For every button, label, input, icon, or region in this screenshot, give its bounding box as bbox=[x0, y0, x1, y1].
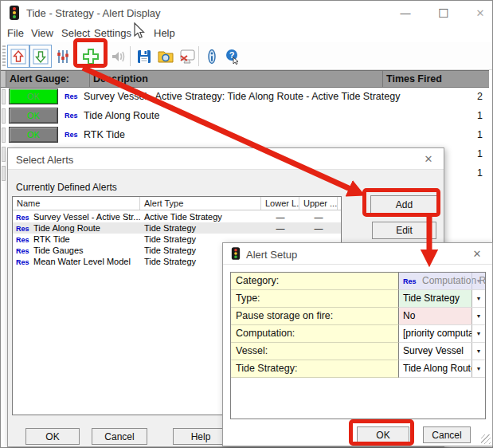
alert-table-header: Alert Gauge: Description Times Fired bbox=[1, 70, 489, 88]
alert-setup-form: Category:Res Computation Result▼Type:Tid… bbox=[230, 272, 486, 419]
chevron-down-icon[interactable]: ▼ bbox=[471, 360, 485, 377]
minimize-button[interactable]: — bbox=[393, 4, 418, 23]
row-header-cell bbox=[2, 89, 6, 104]
select-alerts-help-button[interactable]: Help bbox=[173, 428, 229, 445]
info-button[interactable] bbox=[201, 45, 223, 68]
close-button[interactable]: ✕ bbox=[468, 4, 493, 23]
speaker-icon bbox=[110, 49, 127, 65]
alert-name: Survey Vessel - Active Str... bbox=[33, 211, 140, 222]
alert-description: Survey Vessel - Active Strategy: Tide Al… bbox=[84, 91, 400, 102]
dismiss-display-button[interactable] bbox=[176, 45, 198, 68]
chevron-down-icon[interactable]: ▼ bbox=[471, 343, 485, 360]
alert-name: Mean Water Level Model bbox=[33, 256, 140, 267]
alert-name: RTK Tide bbox=[33, 234, 140, 245]
upper-limit: — bbox=[299, 211, 338, 222]
alert-type: Tide Strategy bbox=[144, 245, 196, 256]
row-header-cell bbox=[2, 147, 6, 162]
add-alert-button[interactable] bbox=[80, 45, 102, 68]
menu-file[interactable]: File bbox=[7, 27, 24, 39]
alert-setup-cancel-button[interactable]: Cancel bbox=[423, 426, 471, 443]
menu-settings[interactable]: Settings bbox=[94, 27, 131, 39]
toolbar: ? bbox=[1, 42, 492, 70]
menu-help[interactable]: Help bbox=[154, 27, 175, 39]
field-label: Pause storage on fire: bbox=[231, 308, 399, 325]
alert-settings-button[interactable] bbox=[52, 45, 74, 68]
chevron-down-icon[interactable]: ▼ bbox=[471, 308, 485, 324]
floppy-disk-icon bbox=[136, 49, 152, 65]
alert-setup-ok-button[interactable]: OK bbox=[357, 426, 409, 443]
form-row: Computation:[priority computation]▼ bbox=[231, 325, 485, 343]
select-alerts-cancel-button[interactable]: Cancel bbox=[92, 428, 147, 445]
alert-setup-dialog: Alert Setup ✕ Category:Res Computation R… bbox=[222, 242, 493, 446]
alert-row[interactable]: OKResTide Along Route1 bbox=[1, 107, 489, 126]
field-value-dropdown[interactable]: Tide Along Route▼ bbox=[399, 360, 485, 378]
row-header-cell bbox=[2, 128, 6, 143]
column-name[interactable]: Name bbox=[13, 197, 140, 210]
res-prefix: Res bbox=[16, 223, 29, 234]
column-times-fired[interactable]: Times Fired bbox=[383, 71, 489, 87]
raise-alert-button[interactable] bbox=[7, 45, 29, 68]
alert-setup-title-bar: Alert Setup ✕ bbox=[223, 243, 492, 265]
alert-type: Tide Strategy bbox=[144, 256, 196, 267]
field-label: Computation: bbox=[231, 325, 399, 343]
menu-bar: File View Select Settings Help bbox=[1, 25, 492, 42]
chevron-down-icon[interactable]: ▼ bbox=[471, 325, 485, 342]
save-button[interactable] bbox=[133, 45, 155, 68]
traffic-light-icon bbox=[9, 6, 20, 23]
title-bar: Tide - Strategy - Alert Display — ☐ ✕ bbox=[1, 1, 492, 25]
alert-name: Tide Along Route bbox=[33, 222, 140, 234]
field-value-text: Survey Vessel bbox=[403, 345, 464, 356]
field-value-text: No bbox=[403, 310, 415, 321]
alert-type: Tide Strategy bbox=[144, 234, 196, 245]
field-value-dropdown[interactable]: Tide Strategy▼ bbox=[399, 290, 485, 308]
menu-select[interactable]: Select bbox=[61, 27, 90, 39]
field-value-dropdown[interactable]: No▼ bbox=[399, 308, 485, 325]
context-help-button[interactable]: ? bbox=[221, 45, 244, 68]
alert-description: Tide Along Route bbox=[84, 110, 159, 121]
alert-gauge-badge: OK bbox=[9, 108, 58, 124]
field-value-text: Tide Strategy bbox=[403, 293, 460, 304]
alert-gauge-badge: OK bbox=[9, 88, 58, 104]
lower-alert-button[interactable] bbox=[29, 45, 52, 68]
alert-description: RTK Tide bbox=[84, 129, 125, 140]
times-fired-value: 1 bbox=[477, 167, 483, 179]
column-lower-limit[interactable]: Lower L... bbox=[261, 197, 299, 210]
upper-limit: — bbox=[299, 222, 338, 234]
close-icon[interactable]: ✕ bbox=[418, 151, 439, 167]
column-alert-type[interactable]: Alert Type bbox=[140, 197, 261, 210]
res-prefix: Res bbox=[65, 131, 78, 139]
defined-alert-row[interactable]: ResSurvey Vessel - Active Str...Active T… bbox=[13, 211, 341, 222]
open-folder-button[interactable] bbox=[155, 45, 177, 68]
field-label: Type: bbox=[231, 290, 399, 308]
field-value-dropdown[interactable]: Survey Vessel▼ bbox=[399, 343, 485, 360]
menu-view[interactable]: View bbox=[31, 27, 53, 39]
alert-row[interactable]: OKResRTK Tide1 bbox=[1, 126, 489, 145]
field-value-dropdown[interactable]: Res Computation Result▼ bbox=[399, 273, 485, 290]
lower-limit: — bbox=[261, 222, 299, 234]
chevron-down-icon[interactable]: ▼ bbox=[471, 290, 485, 307]
toolbar-grip-icon bbox=[2, 45, 6, 67]
maximize-button[interactable]: ☐ bbox=[431, 4, 456, 23]
question-mark-icon: ? bbox=[224, 49, 241, 65]
resize-grip[interactable] bbox=[481, 434, 491, 444]
defined-alert-row[interactable]: ResTide Along RouteTide Strategy—— bbox=[13, 222, 341, 234]
select-alerts-ok-button[interactable]: OK bbox=[25, 428, 80, 445]
toolbar-separator bbox=[130, 46, 131, 66]
alert-setup-title: Alert Setup bbox=[246, 249, 297, 261]
alert-row[interactable]: OKResSurvey Vessel - Active Strategy: Ti… bbox=[1, 88, 489, 107]
edit-button[interactable]: Edit bbox=[372, 222, 436, 239]
add-button[interactable]: Add bbox=[370, 195, 438, 214]
column-alert-gauge[interactable]: Alert Gauge: bbox=[6, 71, 90, 87]
res-prefix: Res bbox=[403, 277, 418, 285]
form-row: Pause storage on fire:No▼ bbox=[231, 308, 485, 325]
column-upper-limit[interactable]: Upper ... bbox=[299, 197, 338, 210]
close-icon[interactable]: ✕ bbox=[467, 246, 487, 262]
field-value-text: Tide Along Route bbox=[403, 363, 476, 374]
alert-gauge-badge: OK bbox=[9, 127, 58, 143]
folder-search-icon bbox=[157, 49, 174, 65]
form-row: Vessel:Survey Vessel▼ bbox=[231, 343, 485, 360]
sound-button[interactable] bbox=[108, 45, 130, 68]
field-value-dropdown[interactable]: [priority computation]▼ bbox=[399, 325, 485, 343]
column-description[interactable]: Description bbox=[90, 71, 383, 87]
form-row: Category:Res Computation Result▼ bbox=[231, 273, 485, 290]
